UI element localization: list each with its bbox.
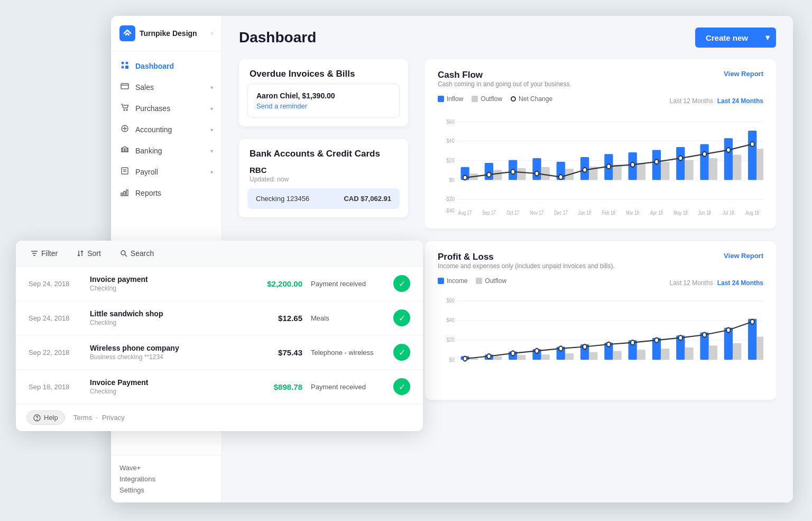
sidebar-item-payroll[interactable]: Payroll ▾ <box>111 161 222 182</box>
tx-account-3: Business checking **1234 <box>90 353 246 361</box>
svg-point-60 <box>559 175 562 179</box>
cashflow-chart: $60 $40 $20 $0 -$20 -$40 <box>438 110 763 216</box>
table-row: Sep 18, 2018 Invoice Payment Checking $8… <box>16 370 423 404</box>
payroll-label: Payroll <box>135 168 158 176</box>
sort-label: Sort <box>87 249 101 258</box>
accounting-chevron: ▾ <box>210 127 213 133</box>
svg-point-126 <box>703 333 706 337</box>
sidebar-item-reports[interactable]: Reports <box>111 182 222 204</box>
sort-button[interactable]: Sort <box>72 247 105 260</box>
svg-rect-105 <box>517 355 525 360</box>
dashboard-label: Dashboard <box>135 62 174 70</box>
sidebar-item-accounting[interactable]: Accounting ▾ <box>111 119 222 140</box>
pl-view-report[interactable]: View Report <box>724 252 763 260</box>
purchases-chevron: ▾ <box>210 106 213 112</box>
privacy-link[interactable]: Privacy <box>102 414 125 422</box>
tx-amount-2: $12.65 <box>255 314 302 323</box>
svg-rect-40 <box>700 144 708 180</box>
svg-text:$0: $0 <box>449 177 455 183</box>
filter-button[interactable]: Filter <box>26 247 62 260</box>
pl-24months[interactable]: Last 24 Months <box>717 279 763 287</box>
filter-label: Filter <box>41 249 58 258</box>
sidebar-item-banking[interactable]: Banking ▾ <box>111 140 222 161</box>
cashflow-12months[interactable]: Last 12 Months <box>670 97 713 105</box>
svg-point-6 <box>124 109 125 111</box>
svg-text:Sep 17: Sep 17 <box>482 210 496 216</box>
panel-footer: Help Terms · Privacy <box>16 404 423 431</box>
svg-text:Nov 17: Nov 17 <box>530 210 544 216</box>
svg-rect-39 <box>676 147 685 180</box>
svg-point-135 <box>37 419 38 420</box>
help-label: Help <box>44 414 58 422</box>
tx-name-4: Invoice Payment <box>90 378 246 387</box>
svg-point-120 <box>559 346 562 351</box>
sidebar-item-purchases[interactable]: Purchases ▾ <box>111 98 222 119</box>
accounting-label: Accounting <box>135 125 172 134</box>
svg-point-61 <box>583 168 586 172</box>
table-row: Sep 24, 2018 Little sandwich shop Checki… <box>16 301 423 335</box>
tx-info-3: Wireless phone company Business checking… <box>90 344 246 361</box>
svg-rect-38 <box>652 150 661 180</box>
help-button[interactable]: Help <box>26 410 65 425</box>
tx-date-2: Sep 24, 2018 <box>29 314 81 322</box>
svg-rect-54 <box>733 154 741 180</box>
sidebar-item-dashboard[interactable]: Dashboard <box>111 56 222 77</box>
sidebar-item-sales[interactable]: Sales ▾ <box>111 77 222 98</box>
pl-outflow-label: Outflow <box>485 277 506 285</box>
cashflow-time-toggle: Last 12 Months Last 24 Months <box>670 97 763 105</box>
tx-status-2: ✓ <box>393 309 410 326</box>
svg-rect-11 <box>127 149 128 152</box>
payroll-chevron: ▾ <box>210 169 213 175</box>
sales-chevron: ▾ <box>210 85 213 90</box>
svg-text:Apr 18: Apr 18 <box>650 210 663 216</box>
svg-point-59 <box>535 171 539 176</box>
create-new-label: Create new <box>695 28 759 48</box>
svg-text:$40: $40 <box>447 138 455 144</box>
svg-rect-13 <box>122 168 128 174</box>
svg-rect-115 <box>756 336 763 360</box>
net-change-label: Net Change <box>519 95 552 103</box>
svg-rect-10 <box>124 149 125 152</box>
dashboard-icon <box>119 61 130 71</box>
svg-rect-53 <box>709 158 717 180</box>
terms-link[interactable]: Terms <box>73 414 92 422</box>
pl-legend: Income Outflow <box>438 277 506 285</box>
svg-text:Oct 17: Oct 17 <box>506 210 519 216</box>
sidebar-brand[interactable]: Turnpike Design › <box>111 16 222 51</box>
accounting-icon <box>119 124 130 135</box>
sort-icon <box>77 250 84 257</box>
settings-link[interactable]: Settings <box>119 486 213 494</box>
search-button[interactable]: Search <box>116 247 158 260</box>
footer-separator: · <box>96 414 98 422</box>
footer-links: Terms · Privacy <box>73 414 125 422</box>
tx-amount-4: $898.78 <box>255 382 302 391</box>
account-row[interactable]: Checking 123456 CAD $7,062.91 <box>247 188 400 209</box>
tx-name-1: Invoice payment <box>90 275 246 284</box>
tx-account-2: Checking <box>90 319 246 326</box>
svg-text:Jan 18: Jan 18 <box>578 210 591 216</box>
send-reminder-link[interactable]: Send a reminder <box>256 102 391 110</box>
svg-rect-41 <box>724 138 733 180</box>
svg-rect-102 <box>748 319 756 360</box>
account-balance: CAD $7,062.91 <box>344 195 391 203</box>
pl-12months[interactable]: Last 12 Months <box>670 279 713 287</box>
svg-text:$40: $40 <box>447 317 455 323</box>
svg-rect-111 <box>661 349 669 360</box>
transaction-list: Sep 24, 2018 Invoice payment Checking $2… <box>16 267 423 404</box>
cashflow-view-report[interactable]: View Report <box>724 70 763 78</box>
svg-rect-4 <box>121 84 128 89</box>
create-new-button[interactable]: Create new ▾ <box>695 28 776 48</box>
tx-category-3: Telephone - wireless <box>311 349 385 357</box>
svg-rect-106 <box>541 354 550 360</box>
svg-text:$60: $60 <box>447 297 455 304</box>
wave-plus-link[interactable]: Wave+ <box>119 464 213 472</box>
cashflow-legend: Inflow Outflow Net Change <box>438 95 552 103</box>
svg-point-67 <box>726 148 730 152</box>
cashflow-24months[interactable]: Last 24 Months <box>717 97 763 105</box>
tx-date-1: Sep 24, 2018 <box>29 280 81 288</box>
integrations-link[interactable]: Integrations <box>119 475 213 483</box>
svg-point-122 <box>607 342 611 347</box>
svg-rect-42 <box>748 131 756 180</box>
svg-point-116 <box>463 357 467 361</box>
pl-chart: $60 $40 $20 $0 <box>438 292 763 387</box>
